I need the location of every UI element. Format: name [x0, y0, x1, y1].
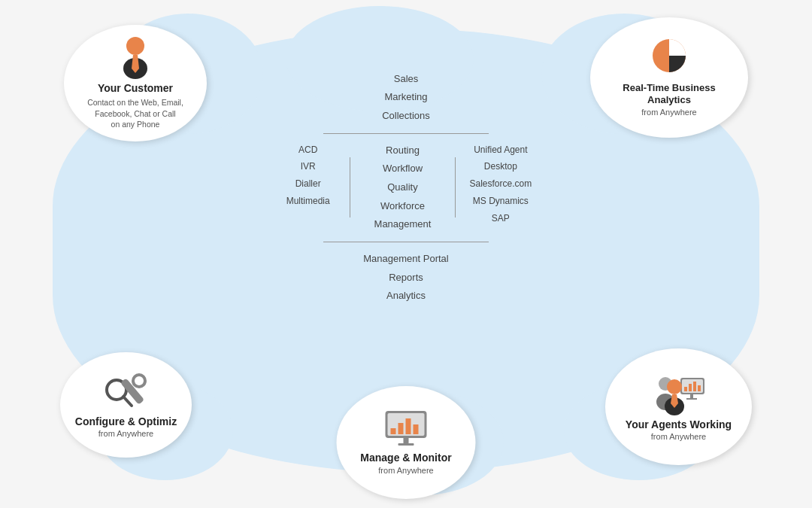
analytics-subtitle: from Anywhere: [641, 108, 696, 117]
divider-right-v: [455, 157, 456, 217]
configure-subtitle: from Anywhere: [98, 429, 153, 438]
svg-rect-26: [414, 424, 419, 434]
node-customer: Your Customer Contact on the Web, Email,…: [64, 25, 207, 141]
diagram-container: Your Customer Contact on the Web, Email,…: [8, 6, 804, 503]
agents-icon: [649, 372, 709, 415]
center-left-text: ACD IVR Dialler Multimedia: [271, 141, 345, 210]
svg-point-0: [126, 37, 144, 55]
customer-title: Your Customer: [98, 82, 173, 95]
top-line-2: Marketing: [384, 91, 427, 102]
svg-rect-23: [391, 428, 396, 434]
customer-icon: [117, 35, 153, 79]
analytics-icon: [647, 38, 692, 79]
center-area: Sales Marketing Collections ACD IVR Dial…: [271, 70, 541, 306]
svg-rect-15: [686, 398, 697, 400]
svg-rect-24: [398, 423, 404, 434]
svg-point-7: [133, 375, 145, 387]
svg-rect-25: [406, 418, 411, 434]
agents-subtitle: from Anywhere: [651, 432, 706, 441]
center-middle-row: ACD IVR Dialler Multimedia Routing Workf…: [271, 141, 541, 234]
customer-subtitle: Contact on the Web, Email,Facebook, Chat…: [87, 97, 183, 130]
svg-line-5: [123, 397, 132, 406]
configure-icon: [100, 371, 153, 412]
center-top-text: Sales Marketing Collections: [271, 70, 541, 126]
svg-point-18: [667, 379, 682, 394]
analytics-title: Real-Time BusinessAnalytics: [623, 82, 715, 105]
svg-rect-14: [690, 394, 693, 398]
top-line-3: Collections: [382, 110, 430, 121]
top-line-1: Sales: [394, 73, 419, 84]
svg-rect-12: [693, 382, 696, 391]
configure-title: Configure & Optimiz: [75, 415, 177, 428]
monitor-title: Manage & Monitor: [360, 452, 451, 464]
center-right-text: Unified Agent Desktop Salesforce.com MS …: [460, 141, 541, 227]
svg-rect-28: [398, 443, 414, 446]
node-configure: Configure & Optimiz from Anywhere: [60, 352, 192, 458]
node-monitor: Manage & Monitor from Anywhere: [337, 386, 476, 499]
center-middle-text: Routing Workflow Quality Workforce Manag…: [355, 141, 450, 234]
node-analytics: Real-Time BusinessAnalytics from Anywher…: [590, 17, 748, 138]
divider-left-v: [350, 157, 350, 217]
svg-rect-27: [404, 438, 409, 443]
monitor-icon: [382, 409, 431, 449]
svg-rect-10: [684, 387, 687, 391]
svg-rect-13: [698, 385, 701, 391]
node-agents: Your Agents Working from Anywhere: [605, 348, 752, 465]
agents-title: Your Agents Working: [626, 418, 732, 431]
center-bottom-text: Management Portal Reports Analytics: [271, 250, 541, 306]
monitor-subtitle: from Anywhere: [378, 466, 433, 475]
svg-rect-11: [689, 384, 692, 391]
divider-top: [323, 133, 489, 134]
divider-bottom: [323, 242, 489, 242]
